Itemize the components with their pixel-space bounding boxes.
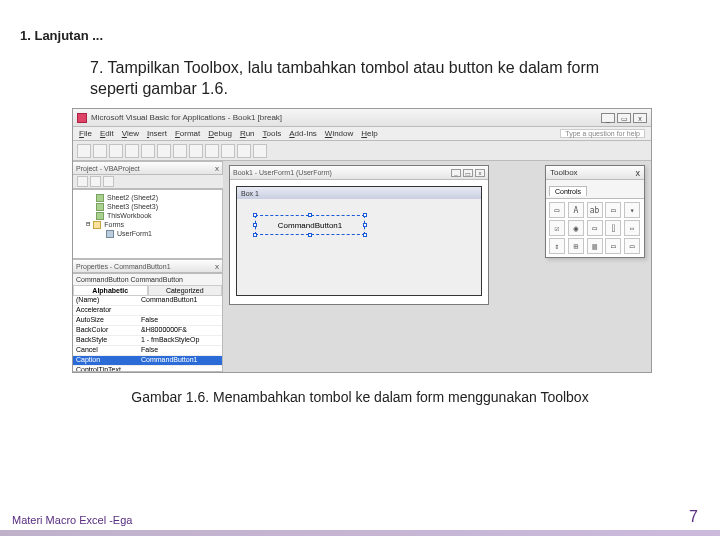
resize-handle[interactable] (253, 223, 257, 227)
folder-icon (93, 221, 101, 229)
property-value[interactable]: False (138, 346, 222, 355)
menu-tools[interactable]: Tools (263, 129, 282, 138)
maximize-icon[interactable]: ▭ (617, 113, 631, 123)
toolbox-control-icon[interactable]: ⊞ (568, 238, 584, 254)
properties-object-selector[interactable]: CommandButton CommandButton (73, 274, 222, 286)
minimize-icon[interactable]: _ (601, 113, 615, 123)
toolbar-button[interactable] (173, 144, 187, 158)
toolbar-button[interactable] (109, 144, 123, 158)
toolbar-button[interactable] (157, 144, 171, 158)
property-value[interactable] (138, 366, 222, 372)
resize-handle[interactable] (308, 233, 312, 237)
property-name: Accelerator (73, 306, 138, 315)
toolbox-control-icon[interactable]: ⌷ (605, 220, 621, 236)
form-designer-window[interactable]: Book1 - UserForm1 (UserForm) _ ▭ x Box 1… (229, 165, 489, 305)
toolbar-button[interactable] (93, 144, 107, 158)
menu-view[interactable]: View (122, 129, 139, 138)
menu-addins[interactable]: Add-Ins (289, 129, 317, 138)
property-value[interactable] (138, 306, 222, 315)
help-search[interactable]: Type a question for help (560, 129, 645, 138)
property-row[interactable]: CancelFalse (73, 346, 222, 356)
property-row[interactable]: Accelerator (73, 306, 222, 316)
toolbar-button[interactable] (253, 144, 267, 158)
property-row[interactable]: ControlTipText (73, 366, 222, 372)
resize-handle[interactable] (363, 223, 367, 227)
toolbox-control-icon[interactable]: ▾ (624, 202, 640, 218)
menu-format[interactable]: Format (175, 129, 200, 138)
resize-handle[interactable] (253, 233, 257, 237)
menu-help[interactable]: Help (361, 129, 377, 138)
toolbox-control-icon[interactable]: ▥ (587, 238, 603, 254)
toolbar-button[interactable] (77, 176, 88, 187)
toolbar-button[interactable] (221, 144, 235, 158)
property-row[interactable]: AutoSizeFalse (73, 316, 222, 326)
tree-item-sheet3[interactable]: Sheet3 (Sheet3) (107, 202, 158, 211)
property-row[interactable]: BackColor&H8000000F& (73, 326, 222, 336)
userform-canvas[interactable]: Box 1 CommandButton1 (236, 186, 482, 296)
resize-handle[interactable] (308, 213, 312, 217)
close-icon[interactable]: x (633, 113, 647, 123)
tab-categorized[interactable]: Categorized (148, 286, 223, 296)
toolbar-button[interactable] (125, 144, 139, 158)
tree-item-sheet2[interactable]: Sheet2 (Sheet2) (107, 193, 158, 202)
toolbar-button[interactable] (141, 144, 155, 158)
toolbar (73, 141, 651, 161)
close-icon[interactable]: x (215, 164, 219, 173)
menu-window[interactable]: Window (325, 129, 353, 138)
toolbox-control-icon[interactable]: ab (587, 202, 603, 218)
close-icon[interactable]: x (215, 262, 219, 271)
minimize-icon[interactable]: _ (451, 169, 461, 177)
property-name: (Name) (73, 296, 138, 305)
toolbar-button[interactable] (103, 176, 114, 187)
property-value[interactable]: CommandButton1 (138, 356, 222, 365)
menu-insert[interactable]: Insert (147, 129, 167, 138)
property-row[interactable]: (Name)CommandButton1 (73, 296, 222, 306)
toolbox-control-icon[interactable]: ▭ (605, 202, 621, 218)
menu-debug[interactable]: Debug (208, 129, 232, 138)
toolbar-button[interactable] (77, 144, 91, 158)
property-name: BackColor (73, 326, 138, 335)
resize-handle[interactable] (363, 213, 367, 217)
toolbox-title: Toolbox (550, 168, 578, 177)
window-titlebar: Microsoft Visual Basic for Applications … (73, 109, 651, 127)
project-explorer[interactable]: Sheet2 (Sheet2) Sheet3 (Sheet3) ThisWork… (73, 189, 223, 259)
property-row[interactable]: CaptionCommandButton1 (73, 356, 222, 366)
close-icon[interactable]: x (475, 169, 485, 177)
toolbox-tab-controls[interactable]: Controls (549, 186, 587, 196)
commandbutton-control[interactable]: CommandButton1 (255, 215, 365, 235)
toolbox-control-icon[interactable]: ▭ (624, 238, 640, 254)
toolbar-button[interactable] (237, 144, 251, 158)
tab-alphabetic[interactable]: Alphabetic (73, 286, 148, 296)
property-value[interactable]: &H8000000F& (138, 326, 222, 335)
menu-run[interactable]: Run (240, 129, 255, 138)
maximize-icon[interactable]: ▭ (463, 169, 473, 177)
design-surface: Book1 - UserForm1 (UserForm) _ ▭ x Box 1… (223, 161, 651, 372)
resize-handle[interactable] (363, 233, 367, 237)
toolbar-button[interactable] (90, 176, 101, 187)
property-name: BackStyle (73, 336, 138, 345)
toolbox-control-icon[interactable]: ⇔ (624, 220, 640, 236)
toolbox-control-icon[interactable]: ☑ (549, 220, 565, 236)
tree-folder-forms[interactable]: Forms (104, 220, 124, 229)
toolbox-control-icon[interactable]: A (568, 202, 584, 218)
tree-item-userform1[interactable]: UserForm1 (117, 229, 152, 238)
toolbox-control-icon[interactable]: ▭ (587, 220, 603, 236)
resize-handle[interactable] (253, 213, 257, 217)
toolbox-control-icon[interactable]: ↕ (549, 238, 565, 254)
toolbox-palette[interactable]: Toolbox x Controls ▭Aab▭▾☑◉▭⌷⇔↕⊞▥▭▭ (545, 165, 645, 258)
property-value[interactable]: False (138, 316, 222, 325)
close-icon[interactable]: x (636, 168, 641, 178)
toolbox-control-icon[interactable]: ▭ (605, 238, 621, 254)
menubar: File Edit View Insert Format Debug Run T… (73, 127, 651, 141)
toolbar-button[interactable] (189, 144, 203, 158)
menu-edit[interactable]: Edit (100, 129, 114, 138)
tree-item-thisworkbook[interactable]: ThisWorkbook (107, 211, 152, 220)
menu-file[interactable]: File (79, 129, 92, 138)
property-row[interactable]: BackStyle1 - fmBackStyleOp (73, 336, 222, 346)
toolbox-control-icon[interactable]: ▭ (549, 202, 565, 218)
property-value[interactable]: 1 - fmBackStyleOp (138, 336, 222, 345)
property-value[interactable]: CommandButton1 (138, 296, 222, 305)
property-name: ControlTipText (73, 366, 138, 372)
toolbar-button[interactable] (205, 144, 219, 158)
toolbox-control-icon[interactable]: ◉ (568, 220, 584, 236)
